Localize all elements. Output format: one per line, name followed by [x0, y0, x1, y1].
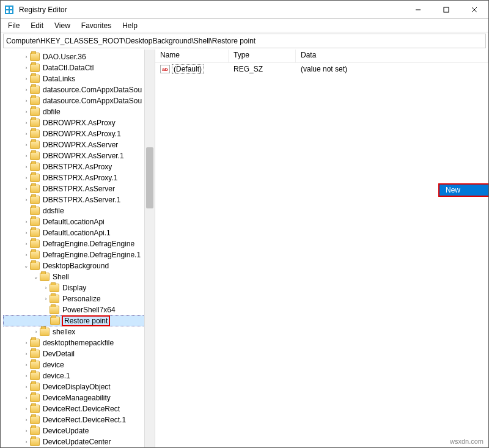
tree-item[interactable]: ›DeviceDisplayObject — [3, 381, 155, 392]
expand-chevron-icon[interactable]: › — [23, 131, 30, 137]
expand-chevron-icon[interactable]: › — [23, 428, 30, 434]
tree-item[interactable]: ›DBRSTPRX.AsServer.1 — [3, 194, 155, 205]
expand-chevron-icon[interactable]: › — [23, 340, 30, 346]
tree-item[interactable]: ›DataLinks — [3, 73, 155, 84]
tree-scrollbar[interactable] — [144, 50, 155, 447]
expand-chevron-icon[interactable]: › — [23, 153, 30, 159]
expand-chevron-icon[interactable]: › — [23, 384, 30, 390]
expand-chevron-icon[interactable]: › — [23, 406, 30, 412]
menu-edit[interactable]: Edit — [26, 20, 48, 31]
expand-chevron-icon[interactable]: › — [23, 197, 30, 203]
tree-item[interactable]: ›DAO.User.36 — [3, 51, 155, 62]
folder-icon — [30, 53, 40, 61]
tree-item[interactable]: Restore point — [3, 315, 155, 326]
expand-chevron-icon[interactable]: › — [23, 109, 30, 115]
expand-chevron-icon[interactable]: › — [23, 351, 30, 357]
address-bar[interactable]: Computer\HKEY_CLASSES_ROOT\DesktopBackgr… — [3, 34, 486, 48]
registry-tree[interactable]: ›DAO.User.36›DataCtl.DataCtl›DataLinks›d… — [1, 50, 155, 447]
tree-item[interactable]: ⌄Shell — [3, 271, 155, 282]
tree-item[interactable]: ›shellex — [3, 326, 155, 337]
scrollbar-thumb[interactable] — [146, 147, 153, 208]
folder-icon — [30, 350, 40, 358]
expand-chevron-icon[interactable]: › — [23, 417, 30, 423]
expand-chevron-icon[interactable]: ⌄ — [23, 263, 30, 269]
tree-item[interactable]: ⌄DesktopBackground — [3, 260, 155, 271]
menu-view[interactable]: View — [50, 20, 75, 31]
tree-item[interactable]: ›DeviceUpdate — [3, 425, 155, 436]
tree-item[interactable]: ›Display — [3, 282, 155, 293]
tree-item[interactable]: ›DBRSTPRX.AsServer — [3, 183, 155, 194]
tree-item[interactable]: ›DataCtl.DataCtl — [3, 62, 155, 73]
expand-chevron-icon[interactable]: › — [23, 373, 30, 379]
expand-chevron-icon[interactable]: › — [42, 296, 50, 302]
expand-chevron-icon[interactable]: › — [23, 142, 30, 148]
tree-item-label: DeviceDisplayObject — [42, 383, 112, 391]
folder-icon — [30, 64, 40, 72]
expand-chevron-icon[interactable]: › — [23, 439, 30, 445]
tree-item[interactable]: ›dbfile — [3, 106, 155, 117]
tree-item[interactable]: ›DevDetail — [3, 348, 155, 359]
expand-chevron-icon[interactable]: › — [23, 395, 30, 401]
expand-chevron-icon[interactable]: › — [23, 120, 30, 126]
expand-chevron-icon[interactable]: › — [23, 230, 30, 236]
menu-favorites[interactable]: Favorites — [76, 20, 116, 31]
expand-chevron-icon[interactable]: › — [23, 362, 30, 368]
tree-item[interactable]: ›datasource.ComAppxDataSou — [3, 84, 155, 95]
expand-chevron-icon[interactable]: › — [23, 241, 30, 247]
expand-chevron-icon[interactable]: › — [32, 329, 40, 335]
expand-chevron-icon[interactable]: › — [23, 98, 30, 104]
expand-chevron-icon[interactable]: ⌄ — [32, 274, 40, 280]
context-item-new[interactable]: New ▶ — [438, 183, 489, 197]
tree-item[interactable]: ›DeviceRect.DeviceRect — [3, 403, 155, 414]
column-data[interactable]: Data — [296, 50, 488, 62]
expand-chevron-icon[interactable]: › — [23, 87, 30, 93]
folder-icon — [30, 438, 40, 446]
folder-icon — [30, 240, 40, 248]
column-type[interactable]: Type — [229, 50, 296, 62]
expand-chevron-icon[interactable]: › — [23, 186, 30, 192]
tree-item[interactable]: ›DefragEngine.DefragEngine — [3, 238, 155, 249]
expand-chevron-icon[interactable]: › — [23, 76, 30, 82]
tree-item[interactable]: ›DefaultLocationApi — [3, 216, 155, 227]
expand-chevron-icon[interactable]: › — [23, 175, 30, 181]
expand-chevron-icon[interactable]: › — [42, 285, 50, 291]
tree-item[interactable]: ddsfile — [3, 205, 155, 216]
tree-item[interactable]: ›DBRSTPRX.AsProxy.1 — [3, 172, 155, 183]
tree-item[interactable]: ›DBRSTPRX.AsProxy — [3, 161, 155, 172]
tree-item-label: shellex — [51, 328, 76, 336]
tree-item[interactable]: ›DeviceManageability — [3, 392, 155, 403]
folder-icon — [30, 372, 40, 380]
tree-item[interactable]: PowerShell7x64 — [3, 304, 155, 315]
tree-item[interactable]: ›DefragEngine.DefragEngine.1 — [3, 249, 155, 260]
close-button[interactable] — [460, 1, 488, 19]
expand-chevron-icon[interactable]: › — [23, 252, 30, 258]
tree-item[interactable]: ›device.1 — [3, 370, 155, 381]
tree-item[interactable]: ›DBROWPRX.AsProxy.1 — [3, 128, 155, 139]
folder-icon — [50, 306, 59, 314]
tree-item[interactable]: ›DBROWPRX.AsServer — [3, 139, 155, 150]
list-row[interactable]: ab (Default) REG_SZ (value not set) — [155, 63, 488, 75]
folder-icon — [30, 141, 40, 149]
tree-item[interactable]: ›DBROWPRX.AsProxy — [3, 117, 155, 128]
tree-item[interactable]: ›datasource.ComAppxDataSou — [3, 95, 155, 106]
menu-file[interactable]: File — [3, 20, 24, 31]
tree-item[interactable]: ›device — [3, 359, 155, 370]
tree-item[interactable]: ›desktopthemepackfile — [3, 337, 155, 348]
tree-item[interactable]: ›DefaultLocationApi.1 — [3, 227, 155, 238]
maximize-button[interactable] — [432, 1, 460, 19]
tree-item[interactable]: ›DeviceRect.DeviceRect.1 — [3, 414, 155, 425]
expand-chevron-icon[interactable]: › — [23, 219, 30, 225]
svg-rect-6 — [444, 7, 449, 12]
tree-item[interactable]: ›DBROWPRX.AsServer.1 — [3, 150, 155, 161]
tree-item[interactable]: ›DeviceUpdateCenter — [3, 436, 155, 447]
tree-item-label: DefaultLocationApi — [42, 218, 106, 226]
column-name[interactable]: Name — [155, 50, 229, 62]
expand-chevron-icon[interactable]: › — [23, 54, 30, 60]
expand-chevron-icon[interactable]: › — [23, 164, 30, 170]
tree-item[interactable]: ›Personalize — [3, 293, 155, 304]
minimize-button[interactable] — [404, 1, 432, 19]
folder-icon — [30, 152, 40, 160]
tree-item-label: desktopthemepackfile — [42, 339, 115, 347]
expand-chevron-icon[interactable]: › — [23, 65, 30, 71]
menu-help[interactable]: Help — [117, 20, 142, 31]
